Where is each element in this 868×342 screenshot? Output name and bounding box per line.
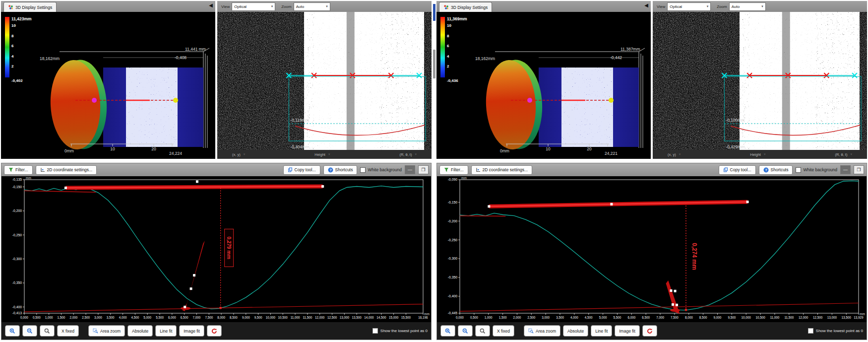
profile-toolbar: Filter... 2D coordinate settings... Copy… [1,163,431,176]
white-background-checkbox[interactable]: White background [360,167,402,173]
line-fit-button[interactable]: Line fit [591,325,612,337]
checkbox-box[interactable] [796,167,801,173]
chevron-down-icon: ▾ [764,152,766,156]
zoom-in-button[interactable] [440,325,455,337]
area-zoom-icon [528,328,534,334]
zoom-out-icon [27,328,33,334]
optical-viewport[interactable]: 1 -0,119mm -0,404mm [217,12,432,150]
end-point-marker[interactable] [609,98,614,103]
x-fixed-button[interactable]: X fixed [57,325,79,337]
refresh-icon [211,328,217,334]
svg-text:-0,400: -0,400 [448,294,457,298]
zoom-in-button[interactable] [5,325,20,337]
image-fit-button[interactable]: Image fit [615,325,640,337]
coordinate-settings-button[interactable]: 2D coordinate settings... [36,165,97,175]
refresh-button[interactable] [642,325,657,337]
refresh-button[interactable] [207,325,222,337]
svg-text:2: 2 [11,64,14,68]
dock-handle-gray[interactable] [433,50,435,78]
x-fixed-button[interactable]: X fixed [493,325,514,337]
shortcuts-button[interactable]: ? Shortcuts [323,165,358,175]
maximize-button[interactable]: ❐ [854,165,864,174]
end-point-marker[interactable] [173,98,178,103]
viewport-3d[interactable]: 11,423mm 10 8 6 4 2 -0,402 [1,12,215,159]
absolute-button[interactable]: Absolute [127,325,153,337]
axes-icon [476,167,481,172]
zoom-out-button[interactable] [458,325,473,337]
absolute-button[interactable]: Absolute [563,325,588,337]
coords-xy-dropdown[interactable]: (x, y)▾ [232,152,245,157]
tab-3d-display-settings[interactable]: 3D Display Settings [439,2,492,12]
dual-measurement-comparison: 3D Display Settings ◀ 11,423mm 10 8 6 4 [0,0,868,342]
checkbox-box[interactable] [360,167,366,173]
svg-text:-0,445: -0,445 [448,311,457,315]
svg-text:3,000: 3,000 [542,316,550,319]
zoom-select-button[interactable] [475,325,490,337]
optical-image[interactable]: 1 -0,119mm -0,404mm [217,12,432,150]
svg-text:16,196: 16,196 [418,316,428,319]
view-dropdown[interactable]: Optical▾ [232,2,275,11]
workspace-left: 3D Display Settings ◀ 11,423mm 10 8 6 4 [1,1,432,341]
lowest-point-checkbox[interactable]: Show the lowest point as 0 [808,328,863,334]
line-fit-button[interactable]: Line fit [155,325,177,337]
coordinate-settings-button[interactable]: 2D coordinate settings... [471,165,533,175]
start-point-marker[interactable] [92,98,97,103]
tab-label: 3D Display Settings [451,5,488,10]
minimize-button[interactable]: — [405,165,415,174]
height-dropdown[interactable]: Height▾ [314,152,330,157]
collapse-panel-icon[interactable]: ◀ [209,3,213,8]
display-settings-icon [443,4,449,10]
profile-chart[interactable]: 0,0000,5001,0001,5002,0002,5003,0003,500… [437,176,867,322]
checkbox-box[interactable] [372,328,378,334]
copy-tool-button[interactable]: Copy tool... [719,165,756,175]
svg-text:?: ? [765,168,767,172]
zoom-dropdown[interactable]: Auto▾ [294,2,330,11]
copy-tool-button[interactable]: Copy tool... [283,165,320,175]
coords-xy-dropdown[interactable]: (x, y)▾ [668,152,681,157]
3d-scene[interactable]: 11,423mm 10 8 6 4 2 -0,402 [1,12,215,159]
start-point-marker[interactable] [527,98,532,103]
white-background-checkbox[interactable]: White background [796,167,837,173]
view-dropdown[interactable]: Optical▾ [667,2,711,11]
optical-image[interactable]: 1 -0,100mm -0,429mm [653,12,867,150]
maximize-button[interactable]: ❐ [418,165,429,174]
height-dropdown[interactable]: Height▾ [750,152,765,157]
optical-panel: View Optical▾ Zoom Auto▾ [217,1,432,159]
area-zoom-button[interactable]: Area zoom [88,325,125,337]
coords-rt-dropdown[interactable]: (R, θ, t)▾ [399,152,417,157]
svg-text:13,500: 13,500 [842,316,852,319]
svg-text:1,500: 1,500 [58,316,65,319]
tab-3d-display-settings[interactable]: 3D Display Settings [3,2,57,12]
profile-chart-area[interactable]: 0,0000,5001,0001,5002,0002,5003,0003,500… [437,176,867,322]
dock-handle-blue[interactable] [433,4,435,21]
svg-text:mm: mm [424,312,430,316]
chart-toolbar: X fixed Area zoom Absolute Line fit Imag… [1,322,431,340]
viewport-3d[interactable]: 11,369mm 10 8 6 4 2 -0,436 [436,12,651,159]
image-fit-button[interactable]: Image fit [179,325,204,337]
collapse-panel-icon[interactable]: ◀ [644,3,648,8]
shortcuts-button[interactable]: ? Shortcuts [759,165,793,175]
3d-scene[interactable]: 11,369mm 10 8 6 4 2 -0,436 [436,12,651,159]
filter-button[interactable]: Filter... [4,165,33,175]
svg-text:-0,413: -0,413 [12,311,22,315]
svg-text:0,500: 0,500 [470,316,478,319]
profile-chart[interactable]: 0,0000,5001,0001,5002,0002,5003,0003,500… [1,176,431,322]
svg-text:9,000: 9,000 [242,316,250,319]
filter-button[interactable]: Filter... [439,165,468,175]
area-zoom-button[interactable]: Area zoom [524,325,560,337]
zoom-out-button[interactable] [22,325,37,337]
checkbox-box[interactable] [808,328,813,334]
svg-text:12,000: 12,000 [315,316,325,319]
zoom-dropdown[interactable]: Auto▾ [729,2,766,11]
zoom-select-button[interactable] [40,325,55,337]
svg-text:-0,300: -0,300 [12,257,22,261]
coords-rt-dropdown[interactable]: (R, θ, t)▾ [835,152,852,157]
optical-viewport[interactable]: 1 -0,100mm -0,429mm [653,12,867,150]
svg-text:15,000: 15,000 [389,316,399,319]
minimize-button[interactable]: — [840,165,851,174]
white-background-label: White background [368,167,402,172]
profile-chart-area[interactable]: 0,0000,5001,0001,5002,0002,5003,0003,500… [1,176,431,322]
lowest-point-checkbox[interactable]: Show the lowest point as 0 [372,328,428,334]
svg-text:5,000: 5,000 [599,316,607,319]
svg-text:1,000: 1,000 [485,316,493,319]
